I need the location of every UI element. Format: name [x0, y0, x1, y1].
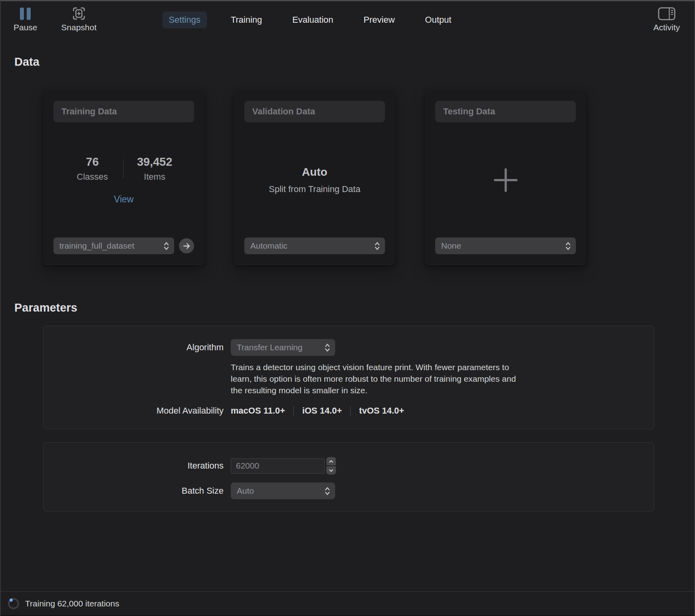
iterations-input[interactable]: [231, 458, 325, 474]
settings-content: Data Training Data 76 Classes 39,452 Ite…: [1, 55, 694, 512]
platform-divider: [293, 406, 294, 416]
algorithm-row: Algorithm Transfer Learning: [43, 339, 654, 356]
items-stat: 39,452 Items: [137, 155, 173, 182]
validation-select[interactable]: Automatic: [244, 237, 385, 254]
model-availability-label: Model Availability: [43, 406, 224, 416]
validation-data-card-body: Auto Split from Training Data: [244, 122, 385, 237]
snapshot-button[interactable]: Snapshot: [61, 7, 97, 32]
iterations-label: Iterations: [43, 461, 224, 471]
add-testing-data-icon[interactable]: [493, 167, 519, 193]
model-availability-values: macOS 11.0+ iOS 14.0+ tvOS 14.0+: [231, 406, 404, 416]
iterations-stepper[interactable]: [326, 457, 336, 475]
tab-preview[interactable]: Preview: [357, 12, 401, 28]
algorithm-value: Transfer Learning: [237, 343, 302, 352]
tab-settings[interactable]: Settings: [162, 12, 207, 28]
activity-label: Activity: [653, 23, 680, 32]
training-data-card: Training Data 76 Classes 39,452 Items: [43, 90, 204, 265]
testing-select[interactable]: None: [435, 237, 576, 254]
validation-data-card-title: Validation Data: [244, 101, 385, 122]
batch-size-value: Auto: [237, 486, 254, 496]
platform-ios: iOS 14.0+: [302, 406, 342, 416]
algorithm-panel: Algorithm Transfer Learning Trains a det…: [43, 326, 654, 429]
validation-mode-detail: Split from Training Data: [269, 184, 361, 194]
validation-selection: Automatic: [250, 241, 287, 251]
batch-size-row: Batch Size Auto: [43, 483, 654, 499]
items-count: 39,452: [137, 155, 173, 169]
testing-data-card: Testing Data None: [425, 90, 586, 265]
validation-mode: Auto: [302, 166, 328, 179]
snapshot-icon: [72, 7, 86, 20]
data-section-title: Data: [14, 55, 694, 69]
training-dataset-select[interactable]: training_full_dataset: [53, 237, 174, 254]
platform-macos: macOS 11.0+: [231, 406, 285, 416]
createml-window: Pause Snapshot Settings Training Evaluat…: [0, 0, 695, 616]
items-label: Items: [137, 172, 173, 182]
tab-training[interactable]: Training: [224, 12, 269, 28]
chevron-updown-icon: [565, 241, 571, 251]
algorithm-select[interactable]: Transfer Learning: [231, 339, 335, 356]
classes-count: 76: [75, 155, 110, 169]
training-data-card-title: Training Data: [53, 101, 194, 122]
batch-size-label: Batch Size: [43, 486, 224, 496]
platform-tvos: tvOS 14.0+: [359, 406, 404, 416]
algorithm-label: Algorithm: [43, 342, 224, 353]
validation-data-footer: Automatic: [244, 237, 385, 254]
pause-button[interactable]: Pause: [14, 7, 37, 32]
testing-data-card-body: [435, 122, 576, 237]
status-bar: Training 62,000 iterations: [1, 591, 694, 616]
chevron-updown-icon: [374, 241, 380, 251]
testing-data-card-title: Testing Data: [435, 101, 576, 122]
activity-panel-icon: [658, 8, 675, 20]
activity-button[interactable]: Activity: [653, 8, 680, 32]
pause-icon: [20, 7, 31, 20]
batch-size-select[interactable]: Auto: [231, 483, 335, 499]
training-dataset-name: training_full_dataset: [59, 241, 134, 251]
validation-data-card: Validation Data Auto Split from Training…: [234, 90, 395, 265]
chevron-updown-icon: [163, 241, 169, 251]
chevron-updown-icon: [324, 486, 330, 496]
training-progress-spinner-icon: [8, 598, 19, 609]
parameters-section-title: Parameters: [14, 301, 694, 314]
tab-output[interactable]: Output: [419, 12, 458, 28]
stats-divider: [123, 159, 124, 178]
testing-data-footer: None: [435, 237, 576, 254]
stepper-down-icon[interactable]: [326, 466, 336, 475]
toolbar: Pause Snapshot Settings Training Evaluat…: [1, 1, 694, 38]
tab-evaluation[interactable]: Evaluation: [286, 12, 340, 28]
pause-label: Pause: [14, 23, 37, 32]
tab-bar: Settings Training Evaluation Preview Out…: [162, 12, 457, 28]
data-cards-row: Training Data 76 Classes 39,452 Items: [43, 90, 694, 265]
view-link[interactable]: View: [114, 194, 134, 205]
model-availability-row: Model Availability macOS 11.0+ iOS 14.0+…: [43, 406, 654, 416]
training-data-stats: 76 Classes 39,452 Items: [75, 155, 173, 182]
training-data-card-body: 76 Classes 39,452 Items View: [53, 122, 194, 237]
training-options-panel: Iterations Batch Size: [43, 442, 654, 512]
classes-label: Classes: [75, 172, 110, 182]
open-dataset-button[interactable]: [179, 238, 194, 253]
algorithm-description: Trains a detector using object vision fe…: [231, 361, 516, 396]
snapshot-label: Snapshot: [61, 23, 97, 32]
chevron-updown-icon: [324, 342, 330, 353]
training-data-footer: training_full_dataset: [53, 237, 194, 254]
classes-stat: 76 Classes: [75, 155, 110, 182]
arrow-right-icon: [183, 243, 191, 249]
training-status-text: Training 62,000 iterations: [25, 599, 119, 608]
platform-divider: [350, 406, 351, 416]
iterations-row: Iterations: [43, 457, 654, 475]
testing-selection: None: [441, 241, 461, 251]
stepper-up-icon[interactable]: [326, 457, 336, 465]
